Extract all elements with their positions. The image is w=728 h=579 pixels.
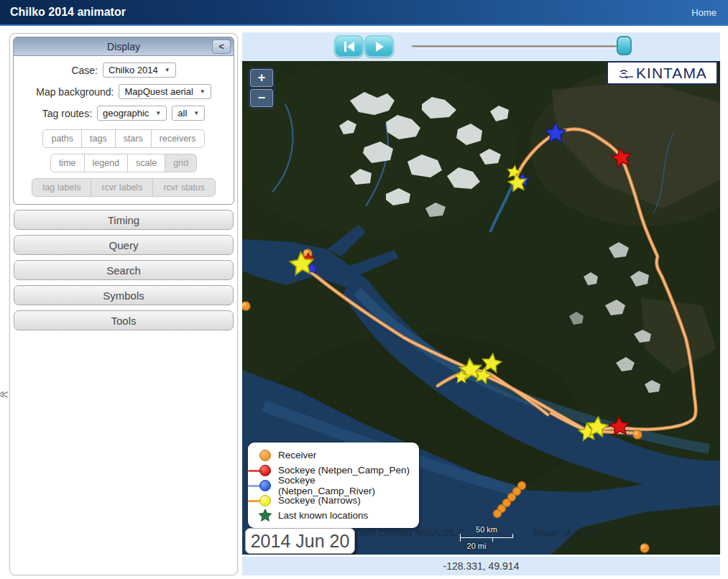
sockeye-river-swatch-icon [259,480,271,491]
toggle-legend[interactable]: legend [84,154,129,172]
play-button[interactable] [364,35,394,57]
kintama-logo: KINTAMA [607,61,718,85]
sidebar: Display < Case: Chilko 2014 ▼ Map backgr… [9,33,238,575]
case-row: Case: Chilko 2014 ▼ [14,62,234,78]
chevron-down-icon: ▼ [193,110,199,116]
panel-symbols[interactable]: Symbols [14,285,234,305]
skip-to-start-button[interactable] [334,35,364,57]
panel-query[interactable]: Query [14,235,234,255]
playback-controls-strip [242,32,720,61]
toggle-tags[interactable]: tags [81,129,116,148]
time-slider-handle[interactable] [617,36,632,55]
legend-item-sockeye-narrows: Sockeye (Narrows) [257,493,412,508]
toggle-time[interactable]: time [50,154,85,172]
map-legend: Receiver Sockeye (Netpen_Camp_Pen) Socke… [248,443,419,528]
green-star-icon [257,509,273,523]
tag-routes-select[interactable]: geographic ▼ [97,106,167,121]
coordinates-readout: -128.331, 49.914 [242,557,720,575]
header-bar: Chilko 2014 animator Home [0,0,728,26]
case-select[interactable]: Chilko 2014 ▼ [103,62,176,78]
date-display: 2014 Jun 20 [245,528,355,554]
home-link[interactable]: Home [691,7,717,18]
toggle-grid[interactable]: grid [165,154,197,172]
map-background-label: Map background: [36,86,114,98]
scale-bar: 50 km 20 mi [460,526,513,550]
display-panel-header[interactable]: Display < [14,37,234,56]
toggle-paths[interactable]: paths [42,129,82,148]
toggle-scale[interactable]: scale [127,154,165,172]
sockeye-pen-swatch-icon [259,465,271,476]
map-background-row: Map background: MapQuest aerial ▼ [14,84,234,99]
toggle-rcvr-status[interactable]: rcvr status [152,178,216,197]
skip-to-start-icon [343,41,356,52]
zoom-in-button[interactable]: + [250,69,273,87]
panel-tools[interactable]: Tools [14,310,234,330]
toggle-row-3: tag labels rcvr labels rcvr status [14,178,234,197]
tag-routes-label: Tag routes: [42,108,92,119]
map-background-select[interactable]: MapQuest aerial ▼ [119,84,211,99]
toggle-tag-labels[interactable]: tag labels [32,178,92,197]
page-title: Chilko 2014 animator [10,6,126,19]
toggle-receivers[interactable]: receivers [151,129,205,148]
chevron-down-icon: ▼ [200,88,206,95]
receiver-swatch-icon [259,450,271,461]
legend-item-last-known: Last known locations [257,508,412,523]
scale-km-label: 50 km [460,526,513,534]
case-label: Case: [71,65,98,76]
zoom-out-button[interactable]: − [250,89,273,107]
time-slider-track[interactable] [412,45,632,47]
map-attribution: Portions Courtesy NASA/JPL-C [344,528,465,538]
map-attribution-2: Depart. of Agricul [533,528,599,538]
chevron-down-icon: ▼ [155,110,161,116]
edge-cursor-artifact: ≪ [0,388,9,401]
toggle-row-1: paths tags stars receivers [14,129,234,148]
legend-item-receiver: Receiver [257,448,412,463]
panel-timing[interactable]: Timing [14,210,234,230]
chevron-down-icon: ▼ [165,67,170,73]
toggle-row-2: time legend scale grid [14,154,234,172]
toggle-stars[interactable]: stars [115,129,152,148]
tag-routes-row: Tag routes: geographic ▼ all ▼ [14,106,234,121]
panel-search[interactable]: Search [14,260,234,280]
kintama-logo-text: KINTAMA [636,65,707,82]
toggle-rcvr-labels[interactable]: rcvr labels [91,178,153,197]
map-canvas[interactable]: + − KINTAMA Receiver Sock [242,61,720,555]
scale-mi-label: 20 mi [460,542,493,550]
display-panel-title: Display [14,37,234,56]
app-window: Chilko 2014 animator Home ≪ Display < Ca… [0,0,728,579]
play-icon [374,41,385,52]
collapse-sidebar-button[interactable]: < [212,40,231,54]
tag-routes-filter-select[interactable]: all ▼ [172,106,205,121]
display-panel: Display < Case: Chilko 2014 ▼ Map backgr… [13,37,234,205]
map-zoom-panel: + − [248,67,275,110]
kintama-fish-icon [617,65,635,82]
sockeye-narrows-swatch-icon [259,495,271,506]
legend-item-sockeye-river: Sockeye (Netpen_Camp_River) [257,478,412,493]
